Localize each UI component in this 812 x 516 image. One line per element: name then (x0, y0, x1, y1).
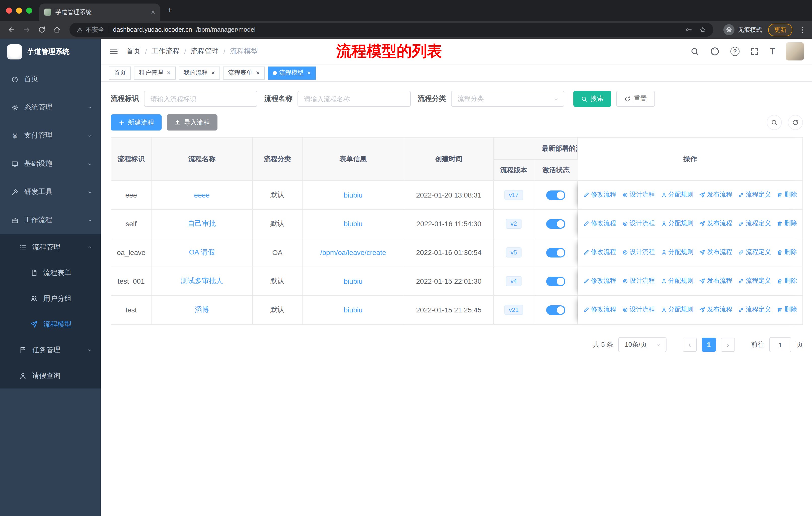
close-icon[interactable]: × (256, 69, 260, 77)
goto-page-input[interactable] (769, 337, 791, 352)
import-process-button[interactable]: 导入流程 (167, 114, 218, 131)
page-number-button[interactable]: 1 (702, 337, 716, 352)
publish-process-link[interactable]: 发布流程 (699, 277, 732, 286)
reset-button[interactable]: 重置 (616, 91, 655, 107)
model-name-link[interactable]: OA 请假 (189, 248, 215, 256)
breadcrumb-item[interactable]: 工作流程 (151, 47, 180, 56)
assign-rule-link[interactable]: 分配规则 (661, 248, 693, 257)
tag-my-process[interactable]: 我的流程× (178, 66, 220, 79)
sidebar-item-system[interactable]: 系统管理 (0, 93, 101, 121)
process-definition-link[interactable]: 流程定义 (738, 306, 771, 314)
sidebar-item-process-model[interactable]: 流程模型 (0, 311, 101, 337)
help-icon[interactable]: ? (730, 47, 740, 56)
modify-process-link[interactable]: 修改流程 (583, 306, 616, 314)
close-icon[interactable]: × (167, 69, 170, 77)
sidebar-item-home[interactable]: 首页 (0, 65, 101, 93)
font-size-icon[interactable]: T (770, 47, 775, 56)
forward-icon[interactable] (20, 23, 33, 36)
modify-process-link[interactable]: 修改流程 (583, 219, 616, 228)
design-process-link[interactable]: 设计流程 (622, 191, 655, 199)
minimize-window-button[interactable] (16, 7, 22, 13)
home-icon[interactable] (50, 23, 63, 36)
category-select[interactable]: 流程分类 (451, 91, 564, 107)
form-info-link[interactable]: biubiu (344, 220, 363, 228)
browser-tab[interactable]: 芋道管理系统 × (39, 3, 160, 21)
search-icon[interactable] (690, 47, 699, 56)
assign-rule-link[interactable]: 分配规则 (661, 219, 693, 228)
sidebar-item-payment[interactable]: ¥ 支付管理 (0, 121, 101, 150)
delete-link[interactable]: 删除 (777, 191, 797, 199)
process-definition-link[interactable]: 流程定义 (738, 277, 771, 286)
back-icon[interactable] (5, 23, 18, 36)
modify-process-link[interactable]: 修改流程 (583, 277, 616, 286)
assign-rule-link[interactable]: 分配规则 (661, 191, 693, 199)
breadcrumb-item[interactable]: 首页 (126, 47, 141, 56)
github-icon[interactable] (710, 46, 720, 56)
design-process-link[interactable]: 设计流程 (622, 306, 655, 314)
process-definition-link[interactable]: 流程定义 (738, 248, 771, 257)
delete-link[interactable]: 删除 (777, 306, 797, 314)
model-name-link[interactable]: eeee (194, 191, 210, 199)
tag-home[interactable]: 首页 (109, 66, 131, 79)
close-icon[interactable]: × (307, 69, 311, 77)
publish-process-link[interactable]: 发布流程 (699, 191, 732, 199)
reload-icon[interactable] (35, 23, 48, 36)
user-avatar[interactable] (786, 42, 804, 60)
show-search-button[interactable] (767, 115, 782, 130)
tag-tenant[interactable]: 租户管理× (134, 66, 175, 79)
form-info-link[interactable]: biubiu (344, 277, 363, 285)
sidebar-item-workflow[interactable]: 工作流程 (0, 206, 101, 234)
form-info-link[interactable]: /bpm/oa/leave/create (320, 248, 386, 256)
design-process-link[interactable]: 设计流程 (622, 248, 655, 257)
status-toggle[interactable] (546, 305, 565, 315)
security-warning[interactable]: 不安全 (77, 25, 105, 34)
design-process-link[interactable]: 设计流程 (622, 219, 655, 228)
search-button[interactable]: 搜索 (573, 91, 611, 107)
process-definition-link[interactable]: 流程定义 (738, 191, 771, 199)
update-button[interactable]: 更新 (768, 23, 792, 36)
process-definition-link[interactable]: 流程定义 (738, 219, 771, 228)
status-toggle[interactable] (546, 190, 565, 200)
maximize-window-button[interactable] (26, 7, 32, 13)
browser-menu-icon[interactable] (799, 25, 807, 34)
close-icon[interactable]: × (211, 69, 215, 77)
design-process-link[interactable]: 设计流程 (622, 277, 655, 286)
next-page-button[interactable]: › (721, 337, 735, 352)
model-name-link[interactable]: 滔博 (195, 305, 209, 314)
modify-process-link[interactable]: 修改流程 (583, 248, 616, 257)
form-info-link[interactable]: biubiu (344, 306, 363, 314)
breadcrumb-item[interactable]: 流程管理 (191, 47, 219, 56)
tag-process-form[interactable]: 流程表单× (223, 66, 265, 79)
sidebar-item-process-form[interactable]: 流程表单 (0, 260, 101, 286)
assign-rule-link[interactable]: 分配规则 (661, 277, 693, 286)
tab-close-icon[interactable]: × (151, 8, 155, 16)
page-size-select[interactable]: 10条/页 (618, 337, 667, 352)
tag-process-model[interactable]: 流程模型× (268, 66, 316, 79)
sidebar-item-user-group[interactable]: 用户分组 (0, 286, 101, 311)
modify-process-link[interactable]: 修改流程 (583, 191, 616, 199)
delete-link[interactable]: 删除 (777, 248, 797, 257)
status-toggle[interactable] (546, 248, 565, 257)
process-key-input[interactable] (144, 91, 257, 107)
create-process-button[interactable]: 新建流程 (111, 114, 162, 131)
delete-link[interactable]: 删除 (777, 219, 797, 228)
sidebar-item-task-management[interactable]: 任务管理 (0, 337, 101, 363)
sidebar-item-leave-query[interactable]: 请假查询 (0, 363, 101, 388)
form-info-link[interactable]: biubiu (344, 191, 363, 199)
sidebar-item-devtools[interactable]: 研发工具 (0, 178, 101, 206)
status-toggle[interactable] (546, 276, 565, 286)
refresh-table-button[interactable] (788, 115, 803, 130)
delete-link[interactable]: 删除 (777, 277, 797, 286)
status-toggle[interactable] (546, 219, 565, 228)
publish-process-link[interactable]: 发布流程 (699, 248, 732, 257)
close-window-button[interactable] (6, 7, 12, 13)
new-tab-button[interactable]: + (167, 5, 172, 16)
bookmark-star-icon[interactable] (699, 26, 706, 33)
password-key-icon[interactable] (685, 26, 692, 33)
fullscreen-icon[interactable] (750, 47, 759, 56)
address-bar[interactable]: 不安全 dashboard.yudao.iocoder.cn/bpm/manag… (69, 23, 713, 37)
sidebar-item-process-management[interactable]: 流程管理 (0, 234, 101, 260)
sidebar-item-infrastructure[interactable]: 基础设施 (0, 150, 101, 178)
model-name-link[interactable]: 测试多审批人 (181, 277, 223, 285)
collapse-sidebar-icon[interactable] (109, 46, 119, 56)
